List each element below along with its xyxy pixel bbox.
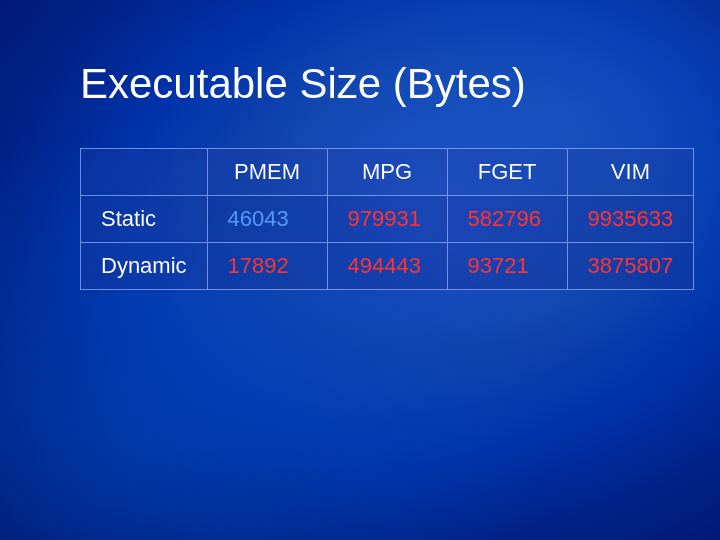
dynamic-pmem: 17892 (207, 243, 327, 290)
table-header-row: PMEM MPG FGET VIM (81, 149, 694, 196)
static-vim: 9935633 (567, 196, 694, 243)
dynamic-mpg: 494443 (327, 243, 447, 290)
header-mpg: MPG (327, 149, 447, 196)
executable-size-table: PMEM MPG FGET VIM Static 46043 979931 58… (80, 148, 694, 290)
header-vim: VIM (567, 149, 694, 196)
table-row-static: Static 46043 979931 582796 9935633 (81, 196, 694, 243)
data-table-container: PMEM MPG FGET VIM Static 46043 979931 58… (80, 148, 694, 290)
table-row-dynamic: Dynamic 17892 494443 93721 3875807 (81, 243, 694, 290)
header-label-col (81, 149, 208, 196)
static-mpg: 979931 (327, 196, 447, 243)
static-pmem: 46043 (207, 196, 327, 243)
header-pmem: PMEM (207, 149, 327, 196)
slide-background: Executable Size (Bytes) PMEM MPG FGET VI… (0, 0, 720, 540)
slide-title: Executable Size (Bytes) (80, 60, 526, 108)
dynamic-vim: 3875807 (567, 243, 694, 290)
static-fget: 582796 (447, 196, 567, 243)
dynamic-fget: 93721 (447, 243, 567, 290)
header-fget: FGET (447, 149, 567, 196)
row-label-static: Static (81, 196, 208, 243)
row-label-dynamic: Dynamic (81, 243, 208, 290)
